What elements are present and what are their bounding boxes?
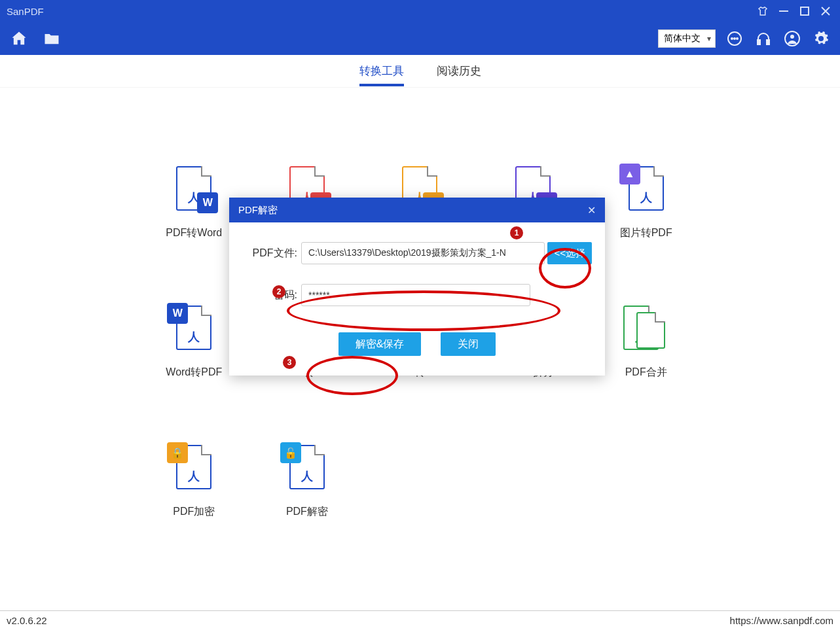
password-label: 密码:	[242, 289, 301, 302]
app-title: SanPDF	[7, 6, 750, 17]
tool-word2pdf[interactable]: 人W Word转PDF	[155, 306, 233, 379]
tool-label: PDF转Word	[166, 226, 222, 240]
annotation-badge-1: 1	[510, 226, 523, 239]
svg-point-4	[734, 38, 735, 39]
close-button[interactable]: 关闭	[441, 332, 496, 356]
choose-button[interactable]: <<选择	[547, 242, 592, 264]
close-window-icon[interactable]	[818, 3, 833, 19]
website-link[interactable]: https://www.sanpdf.com	[730, 615, 833, 626]
decrypt-dialog: PDF解密 ✕ PDF文件: <<选择 密码: 解密&保存 关闭	[229, 198, 605, 376]
file-label: PDF文件:	[242, 247, 301, 260]
tool-img2pdf[interactable]: 人▲ 图片转PDF	[607, 166, 685, 240]
tool-label: 图片转PDF	[620, 226, 672, 240]
tool-label: PDF合并	[625, 366, 667, 379]
annotation-badge-2: 2	[272, 285, 285, 298]
tool-pdfmerge[interactable]: 人 PDF合并	[607, 306, 685, 379]
home-icon[interactable]	[9, 29, 29, 48]
language-select[interactable]: 简体中文	[658, 29, 716, 48]
folder-icon[interactable]	[42, 29, 62, 48]
tab-history[interactable]: 阅读历史	[437, 58, 481, 84]
gear-icon[interactable]	[811, 29, 831, 48]
annotation-badge-3: 3	[283, 356, 296, 369]
decrypt-save-button[interactable]: 解密&保存	[338, 332, 422, 356]
version-label: v2.0.6.22	[7, 615, 47, 626]
minimize-icon[interactable]	[776, 3, 792, 19]
svg-rect-1	[801, 7, 809, 15]
file-input[interactable]	[301, 242, 545, 264]
svg-point-9	[790, 35, 794, 39]
shirt-icon[interactable]	[755, 3, 771, 19]
tool-label: PDF解密	[286, 505, 328, 519]
headphones-icon[interactable]	[754, 29, 773, 48]
dialog-header: PDF解密 ✕	[229, 198, 605, 222]
toolbar: 简体中文	[0, 22, 840, 55]
titlebar: SanPDF	[0, 0, 840, 22]
svg-rect-6	[758, 40, 760, 44]
tabs: 转换工具 阅读历史	[0, 55, 840, 88]
tab-convert[interactable]: 转换工具	[359, 58, 404, 84]
tool-pdfencrypt[interactable]: 人🔒 PDF加密	[155, 445, 233, 519]
svg-rect-7	[767, 40, 769, 44]
user-icon[interactable]	[782, 29, 802, 48]
chat-icon[interactable]	[725, 29, 744, 48]
dialog-title: PDF解密	[238, 204, 278, 217]
svg-rect-0	[779, 10, 788, 12]
tool-pdfdecrypt[interactable]: 人🔓 PDF解密	[268, 445, 346, 519]
password-input[interactable]	[301, 284, 530, 306]
svg-point-5	[737, 38, 738, 39]
language-label: 简体中文	[664, 33, 701, 44]
tool-label: Word转PDF	[166, 366, 222, 379]
svg-point-3	[731, 38, 733, 39]
statusbar: v2.0.6.22 https://www.sanpdf.com	[0, 610, 840, 630]
tool-pdf2word[interactable]: 人W PDF转Word	[155, 166, 233, 240]
dialog-close-icon[interactable]: ✕	[587, 204, 596, 217]
maximize-icon[interactable]	[797, 3, 813, 19]
tool-label: PDF加密	[173, 505, 215, 519]
